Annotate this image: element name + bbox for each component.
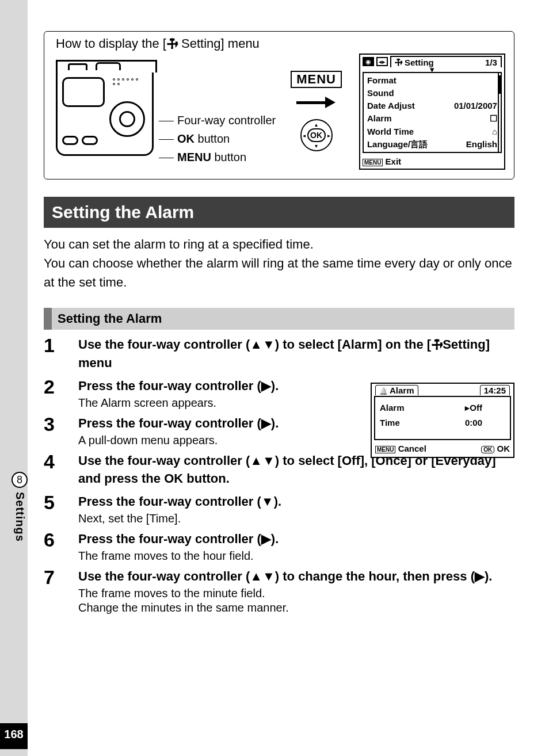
step-6: 6 Press the four-way controller (▶). The…: [44, 530, 514, 563]
steps-list: Alarm 14:25 Alarm▸Off Time0:00 MENU Canc…: [44, 335, 514, 614]
camera-illustration: [56, 54, 157, 163]
row-format: Format: [366, 74, 498, 87]
side-strip: 8 Settings 168: [0, 0, 28, 756]
ok-small-icon: OK: [481, 446, 494, 453]
howto-box: How to display the [⚒ Setting] menu Four…: [44, 31, 514, 180]
row-language: Language/言語English: [366, 138, 498, 151]
bell-icon: [379, 385, 388, 395]
step-1: 1 Use the four-way controller (▲▼) to se…: [44, 335, 514, 372]
alarm-screen: Alarm 14:25 Alarm▸Off Time0:00 MENU Canc…: [371, 383, 514, 458]
play-tab-icon: ◂▸: [376, 57, 388, 66]
row-alarm: Alarm☐: [366, 112, 498, 125]
row-date: Date Adjust01/01/2007: [366, 100, 498, 112]
cancel-label: Cancel: [398, 444, 426, 453]
chapter-name: Settings: [13, 492, 26, 542]
intro-text: You can set the alarm to ring at a speci…: [44, 235, 514, 292]
wrench-icon: ⚒: [392, 56, 405, 68]
camera-tab-icon: ◉: [363, 57, 374, 66]
setting-screen: ◉ ◂▸ ⚒ Setting1/3 ▾ Format Sound Date Ad…: [359, 54, 505, 170]
ok-label: OK: [497, 444, 510, 453]
alarm-title: Alarm: [390, 385, 414, 395]
step-7: 7 Use the four-way controller (▲▼) to ch…: [44, 567, 514, 614]
menu-button-icon: MENU: [291, 71, 342, 88]
menu-small-icon: MENU: [375, 446, 395, 453]
row-sound: Sound: [366, 87, 498, 100]
page-indicator: 1/3: [485, 58, 497, 67]
chapter-pill: 8: [12, 472, 28, 488]
current-time: 14:25: [480, 385, 510, 395]
alarm-row: Alarm▸Off: [380, 400, 505, 415]
time-row: Time0:00: [380, 415, 505, 430]
sub-heading: Setting the Alarm: [44, 308, 514, 330]
row-worldtime: World Time⌂: [366, 125, 498, 138]
section-heading: Setting the Alarm: [44, 197, 514, 228]
scrollbar: [498, 73, 501, 152]
menu-small-icon: MENU: [363, 159, 383, 166]
camera-labels: Four-way controller OK button MENU butto…: [159, 111, 276, 166]
step-5: 5 Press the four-way controller (▼). Nex…: [44, 492, 514, 525]
four-way-controller-icon: [109, 101, 145, 137]
page-number: 168: [0, 723, 28, 749]
howto-title: How to display the [⚒ Setting] menu: [56, 36, 507, 51]
exit-label: Exit: [386, 156, 402, 166]
arrow-right-icon: [296, 100, 337, 105]
ok-ring-icon: ▴ ▾ ◂ ▸ OK: [300, 119, 333, 151]
